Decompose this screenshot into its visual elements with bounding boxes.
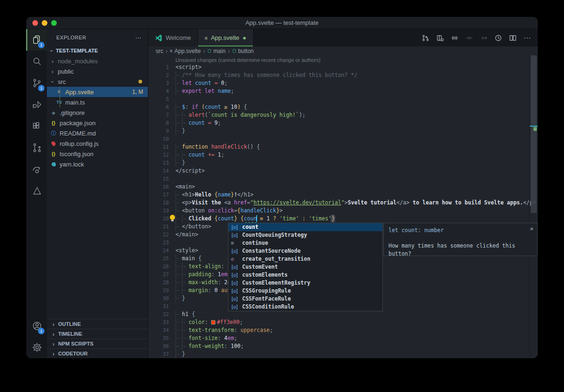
suggestion-constantsourcenode[interactable]: [◎]ConstantSourceNode <box>229 247 382 255</box>
code-token: → <box>175 111 182 119</box>
code-line-16[interactable]: 16<main> <box>148 183 529 191</box>
zoom-window-button[interactable] <box>51 20 57 26</box>
suggestion-label: CSSConditionRule <box>242 303 294 311</box>
code-token: margin <box>189 287 208 294</box>
activity-azure[interactable] <box>26 180 47 202</box>
code-line-3[interactable]: 3→ let count = 0; <box>148 79 529 87</box>
activity-live-share[interactable] <box>26 158 47 180</box>
code-line-32[interactable]: 32→ h1 { <box>148 310 529 318</box>
code-line-8[interactable]: 8→ → count = 9; <box>148 119 529 127</box>
code-line-5[interactable]: 5 <box>148 95 529 103</box>
sidebar-section-timeline[interactable]: ›TIMELINE <box>47 329 148 339</box>
symbol-var-icon: [◎] <box>231 279 242 287</box>
code-line-12[interactable]: 12→ → count += 1; <box>148 151 529 159</box>
breadcrumb-item-src[interactable]: src <box>156 48 163 54</box>
suggestion-count[interactable]: [◎]count <box>229 223 382 231</box>
explorer-item-rollup-config-js[interactable]: rollup.config.js <box>47 138 148 149</box>
close-window-button[interactable] <box>32 20 38 26</box>
code-token: main <box>182 255 198 262</box>
code-line-20[interactable]: 20→ → Clicked {count} {coun ≡ 1 ? 'time'… <box>148 215 529 223</box>
breadcrumb-item-app-svelte[interactable]: ≡App.svelte <box>170 48 201 54</box>
breadcrumb-item-main[interactable]: ⬡main <box>207 48 226 54</box>
code-line-34[interactable]: 34→ → text-transform: uppercase; <box>148 326 529 334</box>
explorer-item-yarn-lock[interactable]: yarn.lock <box>47 159 148 169</box>
code-token: } <box>182 128 185 134</box>
sidebar-section-npm-scripts[interactable]: ›NPM SCRIPTS <box>47 339 148 348</box>
sidebar-section-codetour[interactable]: ›CODETOUR <box>47 348 148 358</box>
code-editor[interactable]: Unsaved changes (cannot determine recent… <box>148 55 538 358</box>
explorer-item--gitignore[interactable]: ◆.gitignore <box>47 107 148 118</box>
code-line-36[interactable]: 36→ → font-weight: 100; <box>148 342 529 350</box>
line-number: 27 <box>148 271 169 279</box>
code-token: 100 <box>231 343 241 349</box>
code-line-37[interactable]: 37→ } <box>148 350 529 358</box>
code-line-2[interactable]: 2→ /** How many times has someone clicke… <box>148 71 529 79</box>
code-line-4[interactable]: 4→ export let name; <box>148 87 529 95</box>
code-line-6[interactable]: 6→ $: if (count ≥ 10) { <box>148 103 529 111</box>
file-history-icon[interactable] <box>495 34 502 42</box>
breadcrumb-item-button[interactable]: ⬡button <box>232 48 254 54</box>
suggestion-countqueuingstrategy[interactable]: [◎]CountQueuingStrategy <box>229 231 382 239</box>
activity-settings[interactable] <box>26 337 47 358</box>
open-previous-revision-icon[interactable] <box>451 34 458 42</box>
activity-extensions[interactable] <box>26 115 47 137</box>
activity-run-debug[interactable] <box>26 94 47 115</box>
code-line-1[interactable]: 1<script> <box>148 63 529 71</box>
more-actions-icon[interactable]: ⋯ <box>524 34 531 42</box>
suggestion-customelements[interactable]: [◎]customElements <box>229 271 382 279</box>
code-token: 0 <box>221 80 224 86</box>
explorer-more-actions-icon[interactable]: ⋯ <box>135 34 142 41</box>
explorer-item-package-json[interactable]: {}package.json <box>47 118 148 128</box>
explorer-root-folder[interactable]: › TEST-TEMPLATE <box>47 45 148 56</box>
code-token: { <box>241 104 247 110</box>
code-line-13[interactable]: 13→ } <box>148 159 529 167</box>
close-icon[interactable]: × <box>530 225 534 233</box>
suggestion-continue[interactable]: ≡continue <box>229 239 382 247</box>
activity-github-pull-requests[interactable] <box>26 137 47 158</box>
code-token: em <box>221 271 228 278</box>
suggestion-cssconditionrule[interactable]: [◎]CSSConditionRule <box>229 303 382 311</box>
explorer-item-app-svelte[interactable]: ≡App.svelte1, M <box>47 87 148 97</box>
suggestion-customelementregistry[interactable]: [◎]CustomElementRegistry <box>229 279 382 287</box>
code-line-10[interactable]: 10 <box>148 135 529 143</box>
section-label: TIMELINE <box>58 331 82 337</box>
activity-source-control[interactable]: 1 <box>26 72 47 94</box>
code-line-19[interactable]: 19→ <button on:click={handleClick}> <box>148 207 529 215</box>
code-line-15[interactable]: 15 <box>148 175 529 183</box>
code-token: ≡ <box>260 215 263 222</box>
line-number: 3 <box>148 79 169 87</box>
lightbulb-icon[interactable] <box>170 215 175 222</box>
explorer-item-main-ts[interactable]: TSmain.ts <box>47 97 148 107</box>
explorer-item-src[interactable]: ›src <box>47 76 148 87</box>
suggestion-cssfontfacerule[interactable]: [◎]CSSFontFaceRule <box>229 295 382 303</box>
scrollbar-thumb[interactable] <box>531 55 537 213</box>
line-number: 15 <box>148 175 169 183</box>
activity-accounts[interactable]: 1 <box>26 315 47 337</box>
explorer-item-public[interactable]: ›public <box>47 66 148 76</box>
open-changes-icon[interactable] <box>436 34 444 42</box>
breadcrumb: src›≡App.svelte›⬡main›⬡button <box>148 46 538 55</box>
suggestion-customevent[interactable]: [◎]CustomEvent <box>229 263 382 271</box>
code-line-14[interactable]: 14</script> <box>148 167 529 175</box>
activity-explorer[interactable]: 1 <box>26 29 47 51</box>
code-line-17[interactable]: 17→ <h1>Hello {name}!</h1> <box>148 191 529 199</box>
suggestion-cssgroupingrule[interactable]: [◎]CSSGroupingRule <box>229 287 382 295</box>
activity-search[interactable] <box>26 51 47 72</box>
suggestion-create_out_transition[interactable]: ◇create_out_transition <box>229 255 382 263</box>
code-line-18[interactable]: 18→ <p>Visit the <a href="https://svelte… <box>148 199 529 207</box>
breadcrumb-separator: › <box>166 48 168 54</box>
tab-welcome[interactable]: Welcome <box>148 29 198 46</box>
explorer-item-readme-md[interactable]: ⓘREADME.md <box>47 128 148 138</box>
compare-changes-icon[interactable] <box>422 34 429 42</box>
sidebar-section-outline[interactable]: ›OUTLINE <box>47 319 148 329</box>
split-editor-icon[interactable] <box>509 34 517 42</box>
code-line-7[interactable]: 7→ → alert(`count is dangerously high!`)… <box>148 111 529 119</box>
code-line-11[interactable]: 11→ function handleClick() { <box>148 143 529 151</box>
code-line-33[interactable]: 33→ → color: #ff3e00; <box>148 318 529 326</box>
explorer-item-tsconfig-json[interactable]: {}tsconfig.json <box>47 149 148 159</box>
code-line-9[interactable]: 9→ } <box>148 127 529 135</box>
minimize-window-button[interactable] <box>42 20 47 26</box>
code-line-35[interactable]: 35→ → font-size: 4em; <box>148 334 529 342</box>
tab-app-svelte[interactable]: ≡App.svelte● <box>198 29 253 46</box>
explorer-item-node-modules[interactable]: ›node_modules <box>47 56 148 66</box>
